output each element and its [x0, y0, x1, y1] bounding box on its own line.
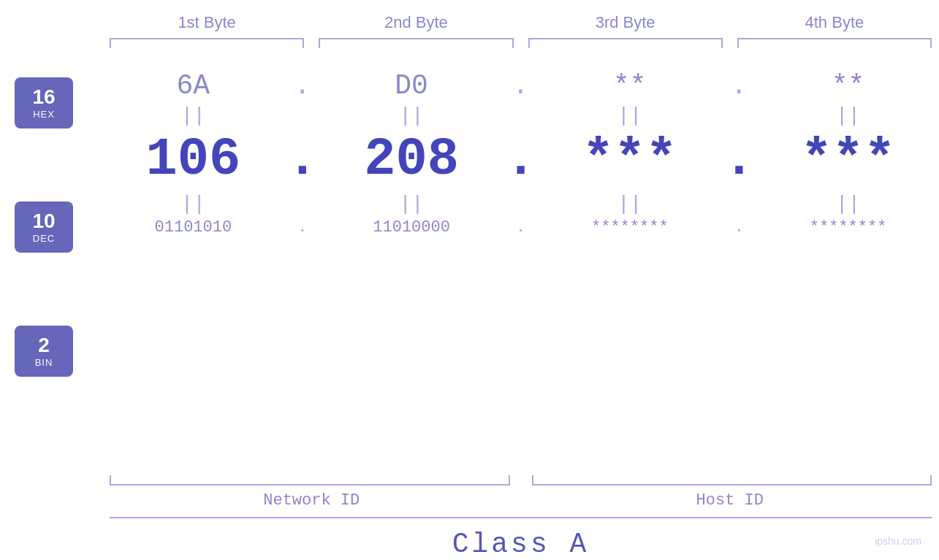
dec-sep1: . [284, 130, 321, 190]
eq2-b2: || [321, 193, 503, 215]
eq2-b1: || [102, 193, 284, 215]
bin-b4: ******** [757, 218, 939, 237]
content-area: 16 HEX 10 DEC 2 BIN 6A . D0 . ** . ** [0, 63, 939, 468]
dec-b4: *** [757, 130, 939, 190]
byte4-header: 4th Byte [730, 13, 939, 32]
bin-sep1: . [284, 218, 321, 237]
network-bracket [102, 475, 517, 486]
base-labels: 16 HEX 10 DEC 2 BIN [0, 63, 102, 377]
network-id-label: Network ID [102, 491, 521, 510]
class-label-row: Class A [102, 529, 939, 560]
hex-sep3: . [721, 70, 757, 101]
bin-sep2: . [503, 218, 539, 237]
main-container: 1st Byte 2nd Byte 3rd Byte 4th Byte 16 H… [0, 0, 939, 560]
hex-number: 16 [32, 86, 55, 109]
byte1-header: 1st Byte [102, 13, 311, 32]
byte2-header: 2nd Byte [311, 13, 520, 32]
dec-name: DEC [33, 233, 55, 244]
dec-b2: 208 [321, 130, 503, 190]
dec-b3: *** [539, 130, 721, 190]
bin-name: BIN [35, 357, 53, 368]
bin-number: 2 [38, 334, 50, 357]
hex-b1: 6A [102, 70, 284, 101]
eq1-b3: || [539, 104, 721, 127]
bin-badge: 2 BIN [15, 326, 73, 377]
bin-b3: ******** [539, 218, 721, 237]
bracket-byte3 [528, 38, 723, 48]
hex-b2: D0 [321, 70, 503, 101]
eq1-b4: || [757, 104, 939, 127]
byte3-header: 3rd Byte [521, 13, 730, 32]
hex-row: 6A . D0 . ** . ** [102, 70, 939, 101]
bin-b2: 11010000 [321, 218, 503, 237]
dec-badge: 10 DEC [15, 202, 73, 253]
bin-b1: 01101010 [102, 218, 284, 237]
host-id-label: Host ID [521, 491, 940, 510]
eq1-b1: || [102, 104, 284, 127]
byte-headers: 1st Byte 2nd Byte 3rd Byte 4th Byte [0, 13, 939, 32]
bin-sep3: . [721, 218, 757, 237]
outer-bracket-line [110, 517, 932, 518]
hex-b4: ** [757, 70, 939, 101]
dec-sep3: . [721, 130, 757, 190]
eq2-b3: || [539, 193, 721, 215]
watermark: ipshu.com [875, 535, 921, 547]
class-label: Class A [452, 529, 590, 560]
hex-sep1: . [284, 70, 321, 101]
equals-row2: || || || || [102, 193, 939, 215]
top-bracket-row [0, 38, 939, 48]
hex-b3: ** [539, 70, 721, 101]
bracket-byte4 [737, 38, 932, 48]
dec-b1: 106 [102, 130, 284, 190]
class-row: Class A [0, 517, 939, 560]
hex-badge: 16 HEX [15, 77, 73, 129]
labels-row: Network ID Host ID [0, 491, 939, 510]
eq1-b2: || [321, 104, 503, 127]
bottom-bracket-row [0, 475, 939, 486]
host-bracket [525, 475, 940, 486]
bracket-byte2 [319, 38, 513, 48]
bin-row: 01101010 . 11010000 . ******** . *******… [102, 218, 939, 237]
dec-row: 106 . 208 . *** . *** [102, 130, 939, 190]
dec-number: 10 [32, 210, 55, 233]
equals-row1: || || || || [102, 104, 939, 127]
values-grid: 6A . D0 . ** . ** || || || || 106 [102, 63, 939, 237]
bracket-byte1 [110, 38, 304, 48]
eq2-b4: || [757, 193, 939, 215]
dec-sep2: . [503, 130, 539, 190]
hex-sep2: . [503, 70, 539, 101]
hex-name: HEX [33, 109, 55, 120]
